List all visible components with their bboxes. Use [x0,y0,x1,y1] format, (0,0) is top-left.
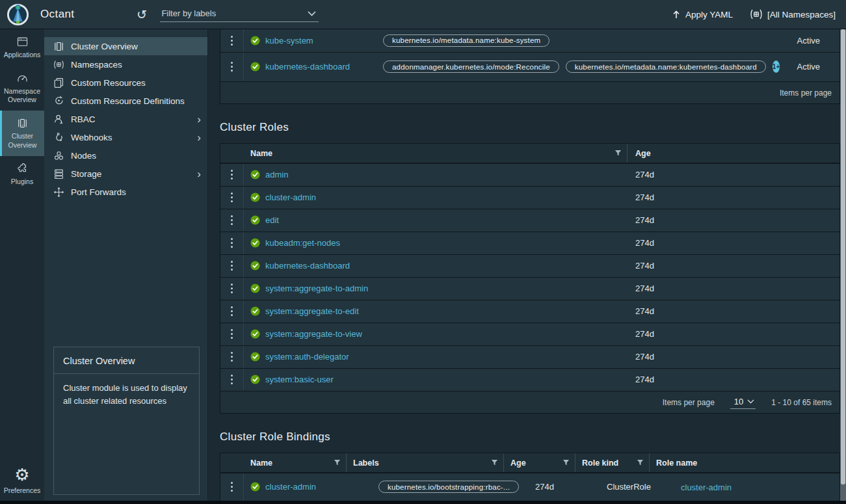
storage-icon [53,168,64,179]
filter-funnel-icon[interactable] [491,459,498,466]
status-ok-icon [250,36,260,46]
role-name-link[interactable]: cluster-admin [681,483,732,492]
rail-item-plugins[interactable]: Plugins [0,156,44,192]
row-actions-kebab-icon[interactable] [220,29,244,51]
module-description-title: Cluster Overview [54,347,199,374]
nav-label: Webhooks [71,133,112,142]
filter-funnel-icon[interactable] [334,459,341,466]
items-per-page-label: Items per page [663,398,715,407]
hook-icon [53,132,64,143]
row-actions-kebab-icon[interactable] [220,232,244,254]
scrollbar-thumb[interactable] [841,29,845,484]
row-actions-kebab-icon[interactable] [220,255,244,276]
table-row[interactable]: cluster-admin kubernetes.io/bootstrappin… [220,473,839,501]
namespace-link[interactable]: kubernetes-dashboard [265,62,350,72]
filter-funnel-icon[interactable] [637,459,644,466]
age-value: 274d [628,375,654,384]
row-actions-kebab-icon[interactable] [220,187,244,208]
table-row[interactable]: kube-system kubernetes.io/metadata.name:… [220,29,839,52]
nav-item-namespaces[interactable]: Namespaces [44,55,207,73]
rail-label: Applications [4,51,41,59]
row-actions-kebab-icon[interactable] [220,300,244,322]
namespace-selector-button[interactable]: [All Namespaces] [750,9,836,20]
row-actions-kebab-icon[interactable] [220,369,244,390]
row-actions-kebab-icon[interactable] [220,473,244,500]
nav-item-port-forwards[interactable]: Port Forwards [44,183,207,201]
filter-funnel-icon[interactable] [615,150,622,157]
table-row[interactable]: system:aggregate-to-edit 274d [220,300,839,323]
row-actions-kebab-icon[interactable] [220,323,244,345]
column-header: Name [250,149,272,158]
age-value: 274d [628,170,654,179]
filter-by-labels-input[interactable]: Filter by labels [160,7,319,22]
app-title: Octant [40,8,74,21]
table-row[interactable]: edit 274d [220,209,839,232]
label-pill: kubernetes.io/bootstrapping:rbac-... [378,481,519,493]
nav-item-cluster-overview[interactable]: Cluster Overview [44,37,207,55]
table-row[interactable]: kubernetes-dashboard 274d [220,254,839,277]
rail-item-applications[interactable]: Applications [0,29,44,66]
page-size-select[interactable]: 10 [730,395,756,409]
cluster-role-link[interactable]: system:aggregate-to-view [265,329,362,339]
table-row[interactable]: system:auth-delegator 274d [220,345,839,368]
cluster-role-link[interactable]: edit [265,215,279,225]
dashboard-gauge-icon [17,73,28,84]
rail-item-cluster-overview[interactable]: Cluster Overview [0,111,44,155]
nav-item-webhooks[interactable]: Webhooks › [44,128,207,146]
age-value: 274d [628,261,654,271]
chevron-right-icon[interactable]: › [197,132,201,143]
status-ok-icon [250,375,260,384]
vertical-scrollbar[interactable] [840,29,846,504]
table-row[interactable]: admin 274d [220,163,839,186]
module-description-card: Cluster Overview Cluster module is used … [53,347,200,495]
section-title-cluster-role-bindings: Cluster Role Bindings [220,431,840,444]
rail-item-namespace-overview[interactable]: Namespace Overview [0,66,44,111]
cluster-overview-icon [53,41,64,52]
cluster-role-binding-link[interactable]: cluster-admin [265,482,316,492]
cluster-role-link[interactable]: system:auth-delegator [265,352,349,362]
filter-funnel-icon[interactable] [562,459,570,466]
cluster-role-link[interactable]: admin [265,170,288,179]
table-row[interactable]: kubeadm:get-nodes 274d [220,232,839,254]
nav-label: Nodes [71,151,96,161]
table-row[interactable]: system:aggregate-to-admin 274d [220,277,839,300]
nav-item-custom-resources[interactable]: Custom Resources [44,73,207,92]
status-ok-icon [250,352,260,362]
table-row[interactable]: system:basic-user 274d [220,368,839,391]
nav-item-rbac[interactable]: RBAC › [44,110,207,128]
row-actions-kebab-icon[interactable] [220,53,244,81]
table-row[interactable]: cluster-admin 274d [220,186,839,209]
cluster-role-link[interactable]: kubernetes-dashboard [265,261,350,271]
row-actions-kebab-icon[interactable] [220,278,244,299]
table-row[interactable]: system:aggregate-to-view 274d [220,323,839,345]
column-header: Name [250,458,272,468]
cluster-role-link[interactable]: cluster-admin [265,192,316,202]
row-actions-kebab-icon[interactable] [220,164,244,185]
row-actions-kebab-icon[interactable] [220,346,244,367]
cluster-role-link[interactable]: system:aggregate-to-edit [265,306,359,316]
nav-item-custom-resource-definitions[interactable]: Custom Resource Definitions [44,92,207,110]
apply-yaml-button[interactable]: Apply YAML [672,10,733,20]
cluster-roles-table: Name Age admin 274d [220,143,840,414]
namespace-link[interactable]: kube-system [265,36,313,46]
row-actions-kebab-icon[interactable] [220,209,244,231]
cluster-role-link[interactable]: kubeadm:get-nodes [265,238,340,248]
history-icon[interactable]: ↻ [137,8,147,21]
upload-icon [672,10,681,20]
nav-label: Cluster Overview [71,42,138,51]
chevron-right-icon[interactable]: › [197,114,201,125]
cluster-role-link[interactable]: system:basic-user [265,375,334,384]
cluster-role-link[interactable]: system:aggregate-to-admin [265,284,368,293]
label-pill: kubernetes.io/metadata.name:kubernetes-d… [566,60,766,73]
nav-item-nodes[interactable]: Nodes [44,146,207,165]
chevron-right-icon[interactable]: › [197,168,201,179]
pagination-range: 1 - 10 of 65 items [771,398,832,407]
namespaces-grid-icon [750,9,763,20]
rail-item-preferences[interactable]: ⚙ Preferences [0,459,44,504]
rail-label: Namespace Overview [1,87,43,104]
status-ok-icon [250,329,260,339]
table-row[interactable]: kubernetes-dashboard addonmanager.kubern… [220,52,839,81]
nav-item-storage[interactable]: Storage › [44,165,207,183]
module-description-body: Cluster module is used to display all cl… [54,374,199,415]
port-forwards-icon [53,187,64,198]
